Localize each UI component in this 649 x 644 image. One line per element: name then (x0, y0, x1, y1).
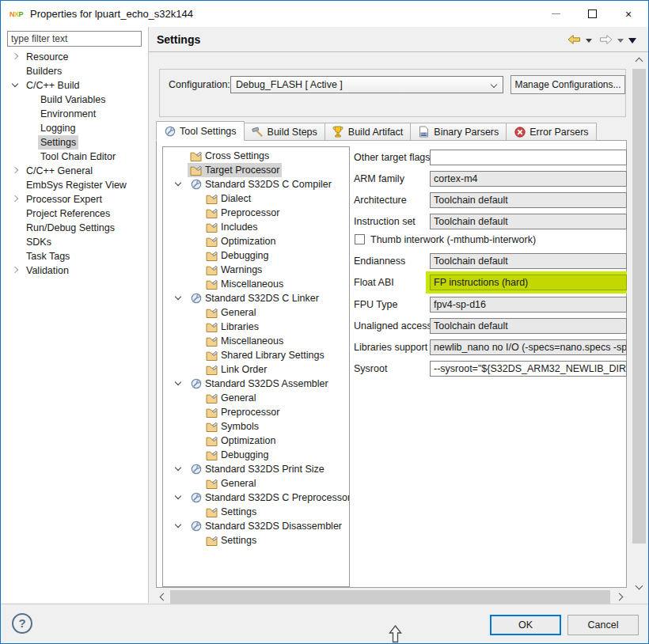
architecture-select[interactable]: Toolchain default (430, 192, 627, 208)
vertical-scrollbar[interactable] (632, 53, 646, 604)
tool-tree-item-standard-s32ds-assembler[interactable]: Standard S32DS Assembler (163, 377, 349, 391)
sidebar-item-environment[interactable]: Environment (1, 107, 148, 121)
tool-tree-item-miscellaneous[interactable]: Miscellaneous (163, 334, 349, 348)
tab-error-parsers[interactable]: Error Parsers (507, 123, 596, 141)
tool-tree-item-general[interactable]: General (163, 305, 349, 320)
sidebar-item-project-references[interactable]: Project References (1, 206, 148, 221)
chevron-expanded-icon[interactable] (175, 521, 181, 528)
chevron-expanded-icon[interactable] (12, 81, 18, 87)
manage-configurations-button[interactable]: Manage Configurations... (510, 75, 625, 94)
titlebar[interactable]: NXP Properties for lpuart_echo_s32k144 × (1, 1, 648, 27)
other-target-flags-input[interactable] (430, 150, 627, 165)
minimize-button[interactable] (537, 1, 574, 27)
thumb-interwork-checkbox[interactable] (355, 234, 365, 244)
tool-tree-item-standard-s32ds-disassembler[interactable]: Standard S32DS Disassembler (163, 519, 349, 533)
tool-tree-item-includes[interactable]: Includes (163, 220, 349, 234)
tab-build-artifact[interactable]: Build Artifact (325, 123, 411, 141)
tool-tree-item-settings[interactable]: Settings (163, 533, 349, 547)
cancel-button[interactable]: Cancel (567, 615, 639, 635)
sidebar-item-sdks[interactable]: SDKs (1, 235, 148, 249)
sidebar-item-c-c-build[interactable]: C/C++ Build (1, 78, 148, 93)
tool-tree-item-symbols[interactable]: Symbols (163, 419, 349, 434)
tool-tree-item-settings[interactable]: Settings (163, 505, 349, 519)
tool-tree-item-dialect[interactable]: Dialect (163, 191, 349, 206)
fpu-type-select[interactable]: fpv4-sp-d16 (430, 297, 627, 313)
filter-input[interactable] (7, 31, 142, 47)
sidebar-item-builders[interactable]: Builders (1, 64, 148, 78)
float-abi-select[interactable]: FP instructions (hard) (430, 275, 627, 290)
tool-tree-item-general[interactable]: General (163, 476, 349, 491)
tab-build-steps[interactable]: Build Steps (245, 123, 325, 141)
sidebar-item-tool-chain-editor[interactable]: Tool Chain Editor (1, 150, 148, 164)
tool-tree-item-cross-settings[interactable]: Cross Settings (163, 149, 349, 163)
instruction-set-select[interactable]: Toolchain default (430, 214, 627, 229)
sidebar-item-validation[interactable]: Validation (1, 263, 148, 278)
scroll-down-icon[interactable] (636, 582, 643, 590)
sidebar-item-settings[interactable]: Settings (1, 135, 148, 150)
chevron-collapsed-icon[interactable] (12, 267, 18, 273)
chevron-expanded-icon[interactable] (175, 294, 181, 300)
configuration-select[interactable]: Debug_FLASH [ Active ] (230, 76, 503, 93)
ok-button[interactable]: OK (490, 615, 561, 635)
sidebar-item-label: Processor Expert (24, 192, 104, 206)
tool-tree-item-miscellaneous[interactable]: Miscellaneous (163, 277, 349, 291)
sysroot-input[interactable]: --sysroot="${S32DS_ARM32_NEWLIB_DIR}" (430, 361, 627, 377)
sidebar-item-embsys-register-view[interactable]: EmbSys Register View (1, 178, 148, 192)
sidebar-item-build-variables[interactable]: Build Variables (1, 93, 148, 107)
chevron-expanded-icon[interactable] (175, 464, 181, 471)
tool-tree-item-standard-s32ds-c-compiler[interactable]: Standard S32DS C Compiler (163, 177, 349, 191)
tool-tree-item-optimization[interactable]: Optimization (163, 234, 349, 248)
sidebar-item-processor-expert[interactable]: Processor Expert (1, 192, 148, 206)
tool-tree-item-warnings[interactable]: Warnings (163, 263, 349, 277)
horizontal-scrollbar-thumb[interactable] (170, 590, 610, 604)
tool-tree-item-debugging[interactable]: Debugging (163, 448, 349, 462)
maximize-button[interactable] (574, 1, 610, 27)
chevron-collapsed-icon[interactable] (12, 195, 18, 202)
sidebar-item-logging[interactable]: Logging (1, 121, 148, 135)
sidebar-item-resource[interactable]: Resource (1, 50, 148, 64)
tool-tree-item-standard-s32ds-c-linker[interactable]: Standard S32DS C Linker (163, 291, 349, 305)
back-icon[interactable] (567, 34, 581, 47)
arm-family-select[interactable]: cortex-m4 (430, 171, 627, 187)
endianness-select[interactable]: Toolchain default (430, 253, 627, 269)
chevron-collapsed-icon[interactable] (12, 53, 18, 59)
help-button[interactable]: ? (12, 613, 32, 634)
forward-icon[interactable] (599, 34, 613, 47)
tool-tree-item-label: Symbols (221, 421, 259, 432)
scroll-right-icon[interactable] (616, 593, 624, 601)
tool-tree-item-body: Optimization (203, 434, 278, 448)
tool-tree-item-libraries[interactable]: Libraries (163, 320, 349, 334)
forward-menu-caret-icon[interactable] (617, 39, 624, 43)
chevron-expanded-icon[interactable] (175, 180, 181, 186)
sidebar-item-run-debug-settings[interactable]: Run/Debug Settings (1, 221, 148, 235)
unaligned-access-select[interactable]: Toolchain default (430, 318, 627, 334)
folder-icon (206, 535, 218, 547)
sidebar-item-task-tags[interactable]: Task Tags (1, 249, 148, 263)
view-menu-icon[interactable] (628, 38, 636, 44)
libraries-support-select[interactable]: newlib_nano no I/O (-specs=nano.specs -s… (430, 339, 627, 355)
tool-tree-item-standard-s32ds-print-size[interactable]: Standard S32DS Print Size (163, 462, 349, 476)
tool-tree-item-debugging[interactable]: Debugging (163, 248, 349, 263)
toolchain-icon (190, 179, 202, 191)
scroll-left-icon[interactable] (160, 593, 168, 601)
back-menu-caret-icon[interactable] (586, 39, 592, 43)
horizontal-scrollbar[interactable] (156, 590, 627, 604)
tab-binary-parsers[interactable]: 010Binary Parsers (411, 123, 507, 141)
tab-tool-settings[interactable]: Tool Settings (156, 121, 245, 141)
vertical-scrollbar-thumb[interactable] (632, 69, 646, 544)
field-label: Architecture (354, 192, 430, 208)
tool-tree-item-preprocessor[interactable]: Preprocessor (163, 405, 349, 419)
tool-tree-item-target-processor[interactable]: Target Processor (163, 163, 349, 177)
scroll-up-icon[interactable] (636, 58, 643, 66)
chevron-expanded-icon[interactable] (175, 493, 181, 499)
tool-tree-item-optimization[interactable]: Optimization (163, 434, 349, 448)
sidebar-item-c-c-general[interactable]: C/C++ General (1, 164, 148, 178)
tool-tree-item-general[interactable]: General (163, 391, 349, 405)
chevron-expanded-icon[interactable] (175, 379, 181, 385)
close-button[interactable]: × (610, 1, 647, 27)
chevron-collapsed-icon[interactable] (12, 167, 18, 173)
tool-tree-item-standard-s32ds-c-preprocessor[interactable]: Standard S32DS C Preprocessor (163, 491, 349, 505)
tool-tree-item-link-order[interactable]: Link Order (163, 362, 349, 377)
tool-tree-item-preprocessor[interactable]: Preprocessor (163, 206, 349, 220)
tool-tree-item-shared-library-settings[interactable]: Shared Library Settings (163, 348, 349, 362)
